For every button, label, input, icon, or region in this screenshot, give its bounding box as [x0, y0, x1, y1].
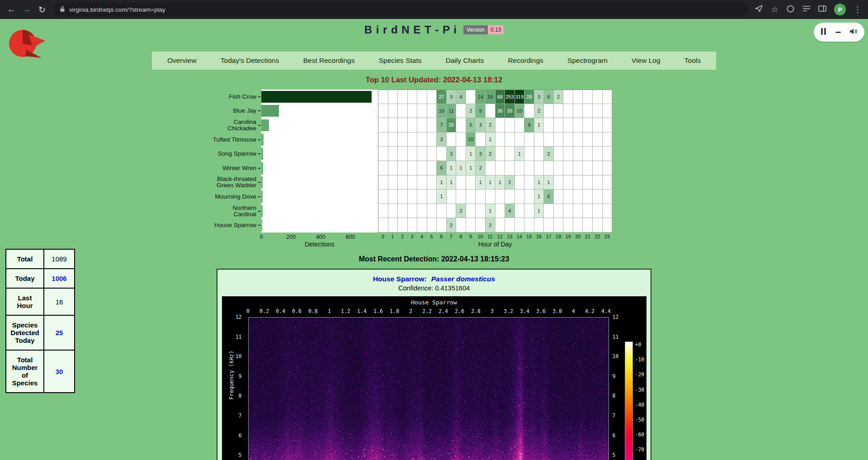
spec-freq-tick: 9: [613, 373, 616, 379]
heatmap-cell: [583, 218, 593, 232]
heatmap-cell: 10: [515, 104, 525, 119]
heatmap-cell: [583, 133, 593, 147]
nav-item-recordings[interactable]: Recordings: [508, 57, 543, 65]
heatmap-cell: [505, 133, 515, 147]
stat-label: Last Hour: [6, 288, 44, 315]
hour-axis-tick: 18: [553, 232, 563, 240]
heatmap-cell: 1: [534, 204, 544, 218]
heatmap-cell: 3: [437, 133, 447, 147]
bar-plot-cell: [261, 147, 378, 161]
birdnet-logo: [6, 24, 48, 67]
heatmap-cell: [437, 147, 447, 161]
nav-item-best-recordings[interactable]: Best Recordings: [303, 57, 355, 65]
heatmap-cell: [603, 90, 613, 104]
heatmap-cell: 2: [486, 218, 495, 232]
hour-axis-tick: 23: [602, 232, 612, 240]
nav-item-spectrogram[interactable]: Spectrogram: [567, 57, 608, 65]
table-row: Today 1006: [6, 269, 75, 288]
heatmap-cell: [378, 218, 388, 232]
heatmap-cell: [427, 147, 437, 161]
heatmap-cell: 1: [476, 175, 486, 190]
heatmap-cell: [515, 133, 525, 147]
heatmap-cell: [456, 147, 466, 161]
heatmap-cell: 1: [544, 175, 554, 190]
colorbar-tick: -50: [635, 417, 645, 423]
heatmap-cell: [378, 118, 388, 133]
hour-axis-tick: 4: [417, 232, 427, 240]
heatmap-cell: 16: [486, 90, 495, 104]
detection-scientific-name[interactable]: Passer domesticus: [431, 275, 495, 283]
heatmap-cell: 1: [486, 175, 495, 190]
detection-common-name[interactable]: House Sparrow:: [373, 275, 427, 283]
tab-list-icon[interactable]: [802, 5, 811, 14]
heatmap-cell: [476, 218, 486, 232]
heatmap-cell: [495, 147, 505, 161]
menu-kebab-icon[interactable]: ⋮: [854, 5, 862, 14]
heatmap-cell: 36: [495, 104, 505, 119]
volume-icon[interactable]: [849, 28, 858, 37]
stat-value-link[interactable]: 1006: [44, 269, 75, 288]
bookmark-star-icon[interactable]: ☆: [771, 5, 778, 14]
heatmap-cell: [378, 204, 388, 218]
seek-bar[interactable]: [835, 32, 841, 33]
heatmap-cell: [427, 175, 437, 190]
nav-item-tools[interactable]: Tools: [684, 57, 701, 65]
heatmap-cell: [398, 190, 408, 204]
heatmap-cell: [408, 161, 418, 175]
heatmap-cell: 2: [447, 218, 457, 232]
species-label: Winter Wren: [207, 161, 261, 175]
nav-item-todays-detections[interactable]: Today's Detections: [221, 57, 279, 65]
send-icon[interactable]: [755, 4, 764, 15]
heatmap-cell: [398, 147, 408, 161]
nav-item-daily-charts[interactable]: Daily Charts: [446, 57, 484, 65]
heatmap-row: 22: [378, 218, 612, 232]
heatmap-cell: [534, 161, 544, 175]
spec-freq-tick: 12: [236, 314, 242, 320]
heatmap-cell: 4: [456, 90, 466, 104]
heatmap-cell: [554, 104, 564, 119]
spec-freq-tick: 7: [239, 413, 242, 419]
pause-button[interactable]: [821, 28, 826, 37]
spec-time-tick: 1.4: [357, 308, 367, 314]
hour-axis-tick: 1: [388, 232, 398, 240]
heatmap-cell: [378, 175, 388, 190]
nav-item-species-stats[interactable]: Species Stats: [379, 57, 422, 65]
species-row: Winter Wren61112: [207, 161, 612, 175]
nav-item-overview[interactable]: Overview: [167, 57, 197, 65]
colorbar-tick: -60: [635, 432, 645, 438]
heatmap-cell: [388, 190, 398, 204]
reload-button[interactable]: ↻: [34, 2, 50, 17]
colorbar-tick: -10: [635, 356, 645, 363]
heatmap-cell: [456, 190, 466, 204]
side-panel-icon[interactable]: [818, 5, 826, 14]
profile-avatar[interactable]: P: [834, 4, 846, 15]
detections-bar: [261, 205, 263, 217]
forward-button[interactable]: →: [19, 2, 34, 17]
url-bar[interactable]: virginia.birdnetpi.com/?stream=play: [53, 3, 748, 16]
back-button[interactable]: ←: [4, 2, 19, 17]
species-label: Blue Jay: [207, 104, 261, 119]
heatmap-cell: [573, 104, 583, 119]
spec-time-tick: 4: [572, 308, 575, 314]
species-row: Song Sparrow313212: [207, 147, 612, 161]
extensions-icon[interactable]: [786, 5, 795, 15]
heatmap-cell: [515, 218, 525, 232]
stat-value-link[interactable]: 30: [44, 350, 75, 393]
heatmap-cell: 3: [534, 90, 544, 104]
heatmap-cell: [408, 104, 418, 119]
heatmap-cell: [563, 104, 573, 119]
bar-plot-cell: [261, 161, 378, 175]
heatmap-cell: [563, 204, 573, 218]
detections-bar: [261, 191, 263, 203]
stat-value-link[interactable]: 25: [44, 315, 75, 350]
heatmap-cell: [456, 175, 466, 190]
heatmap-cell: [524, 104, 534, 119]
heatmap-cell: [398, 133, 408, 147]
heatmap-cell: [388, 118, 398, 133]
heatmap-cell: 6: [544, 190, 554, 204]
spec-freq-tick: 5: [613, 452, 616, 458]
heatmap-cell: [388, 175, 398, 190]
hour-axis-tick: 16: [534, 232, 544, 240]
heatmap-cell: [563, 118, 573, 133]
nav-item-view-log[interactable]: View Log: [632, 57, 660, 65]
